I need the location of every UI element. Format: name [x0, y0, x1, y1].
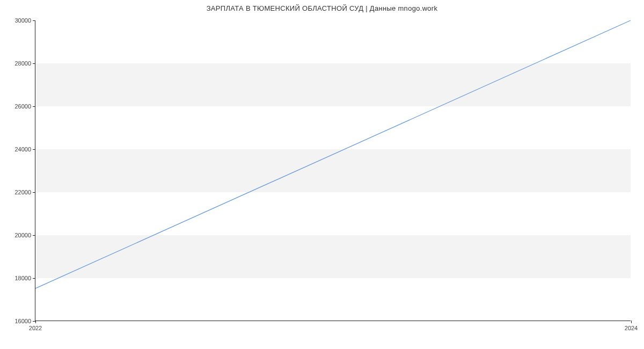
plot-area: 1600018000200002200024000260002800030000…: [35, 20, 631, 321]
y-tick-label: 16000: [14, 318, 31, 324]
y-tick-label: 28000: [14, 60, 31, 67]
y-tick-mark: [33, 149, 35, 150]
y-tick-mark: [33, 192, 35, 193]
chart-title: ЗАРПЛАТА В ТЮМЕНСКИЙ ОБЛАСТНОЙ СУД | Дан…: [0, 4, 644, 12]
x-tick-mark: [35, 321, 36, 323]
y-tick-label: 24000: [14, 146, 31, 152]
y-tick-label: 20000: [14, 232, 31, 238]
x-tick-label: 2024: [625, 325, 638, 331]
y-tick-label: 26000: [14, 103, 31, 110]
y-tick-mark: [33, 106, 35, 107]
y-tick-label: 30000: [14, 17, 31, 24]
y-tick-mark: [33, 20, 35, 21]
data-line: [35, 20, 631, 321]
x-tick-label: 2022: [29, 325, 42, 331]
y-tick-label: 18000: [14, 275, 31, 281]
x-tick-mark: [631, 321, 632, 323]
y-tick-mark: [33, 278, 35, 279]
y-tick-mark: [33, 63, 35, 64]
svg-line-0: [35, 20, 631, 288]
y-tick-mark: [33, 235, 35, 236]
y-tick-label: 22000: [14, 189, 31, 195]
